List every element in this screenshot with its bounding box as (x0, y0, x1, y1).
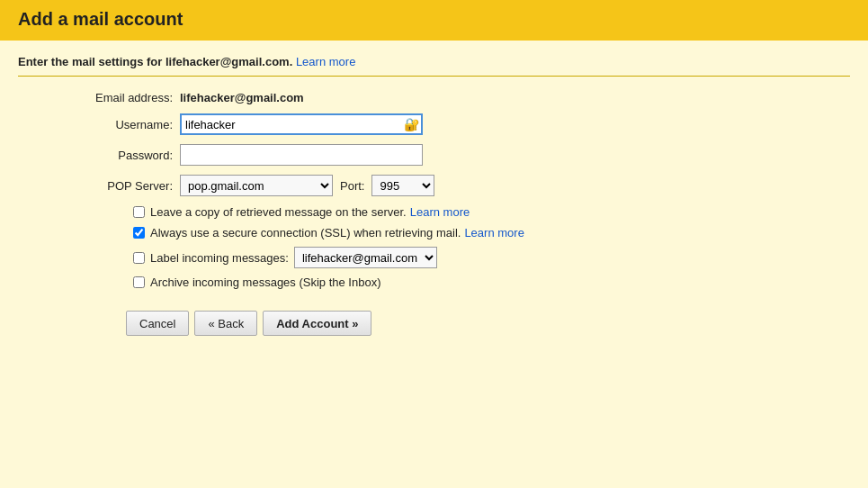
cancel-button[interactable]: Cancel (126, 311, 189, 336)
ssl-label: Always use a secure connection (SSL) whe… (150, 226, 461, 239)
keychain-icon: 🔐 (403, 116, 419, 132)
label-incoming-label: Label incoming messages: (150, 251, 289, 265)
label-incoming-checkbox[interactable] (133, 252, 145, 264)
dialog-title: Add a mail account (18, 9, 850, 30)
password-input[interactable] (180, 144, 423, 166)
username-input[interactable] (180, 113, 423, 135)
label-incoming-select[interactable]: lifehacker@gmail.com (294, 247, 437, 268)
username-label: Username: (72, 118, 180, 131)
pop-row-inner: pop.gmail.com Port: 995 110 (180, 175, 434, 196)
copy-checkbox[interactable] (133, 206, 145, 218)
ssl-learn-more-link[interactable]: Learn more (464, 226, 523, 239)
password-row: Password: (72, 144, 850, 166)
page-wrapper: Add a mail account Enter the mail settin… (0, 0, 868, 488)
email-label: Email address: (72, 91, 180, 104)
options-area: Leave a copy of retrieved message on the… (133, 205, 850, 289)
dialog-content: Enter the mail settings for lifehacker@g… (0, 41, 868, 488)
subtitle-row: Enter the mail settings for lifehacker@g… (18, 55, 850, 68)
pop-server-label: POP Server: (72, 179, 180, 193)
divider (18, 76, 850, 77)
dialog-header: Add a mail account (0, 0, 868, 41)
archive-label: Archive incoming messages (Skip the Inbo… (150, 276, 381, 289)
password-label: Password: (72, 149, 180, 162)
username-input-wrapper: 🔐 (180, 113, 423, 135)
back-button[interactable]: « Back (194, 311, 257, 336)
label-incoming-row: Label incoming messages: lifehacker@gmai… (133, 247, 850, 268)
copy-option-row: Leave a copy of retrieved message on the… (133, 205, 850, 219)
port-select[interactable]: 995 110 (371, 175, 434, 196)
add-account-button[interactable]: Add Account » (263, 311, 371, 336)
pop-server-select[interactable]: pop.gmail.com (180, 175, 333, 196)
port-label: Port: (340, 179, 364, 193)
archive-checkbox[interactable] (133, 276, 145, 288)
button-row: Cancel « Back Add Account » (126, 311, 850, 336)
form-area: Email address: lifehacker@gmail.com User… (18, 91, 850, 196)
ssl-checkbox[interactable] (133, 227, 145, 239)
subtitle-text: Enter the mail settings for lifehacker@g… (18, 55, 292, 68)
email-row: Email address: lifehacker@gmail.com (72, 91, 850, 104)
subtitle-learn-more-link[interactable]: Learn more (296, 55, 355, 68)
ssl-option-row: Always use a secure connection (SSL) whe… (133, 226, 850, 239)
archive-option-row: Archive incoming messages (Skip the Inbo… (133, 276, 850, 289)
copy-label: Leave a copy of retrieved message on the… (150, 205, 407, 219)
email-value: lifehacker@gmail.com (180, 91, 304, 104)
username-row: Username: 🔐 (72, 113, 850, 135)
copy-learn-more-link[interactable]: Learn more (410, 205, 470, 219)
pop-server-row: POP Server: pop.gmail.com Port: 995 110 (72, 175, 850, 196)
